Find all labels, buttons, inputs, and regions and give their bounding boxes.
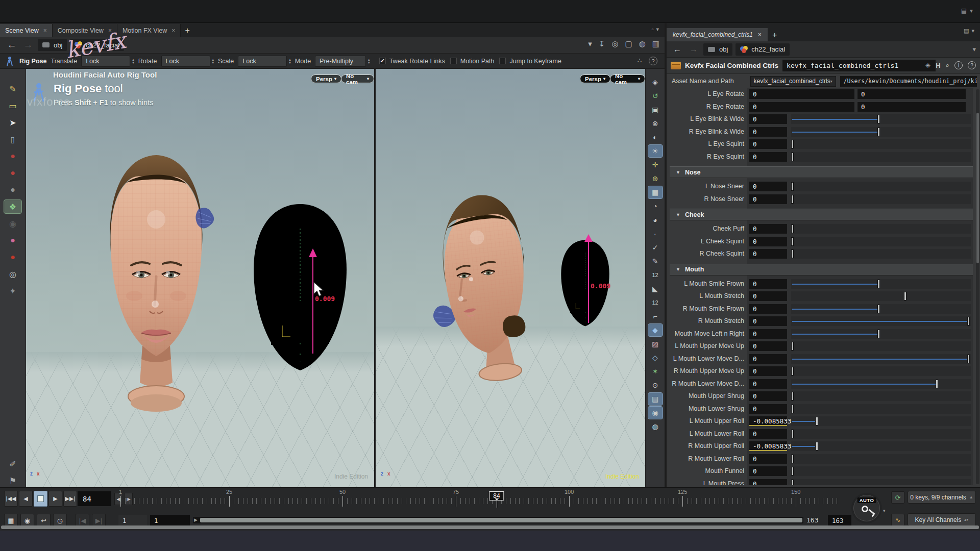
param-slider[interactable]	[791, 354, 971, 364]
go-start-button[interactable]: |◀◀	[4, 491, 18, 507]
param-label[interactable]: Mouth Upper Shrug	[667, 392, 744, 399]
xray-icon[interactable]: ◇	[648, 352, 663, 364]
checkbox-icon[interactable]	[450, 58, 457, 64]
param-slider[interactable]	[791, 416, 971, 426]
select-tool-icon[interactable]: ➤	[4, 116, 21, 129]
no-cam-button[interactable]: No cam▾	[341, 74, 374, 83]
menu-list-icon[interactable]: ▤	[961, 7, 970, 14]
image-plane-icon[interactable]: ▤	[648, 393, 663, 405]
dropdown-icon[interactable]: ▾	[972, 45, 976, 53]
hierarchy-icon[interactable]: ∴	[638, 57, 642, 65]
slider-handle[interactable]	[791, 182, 794, 191]
dark-tool-icon[interactable]: ◉	[4, 217, 21, 230]
help-icon[interactable]: ?	[968, 61, 976, 69]
range-start-label[interactable]: 1	[118, 515, 147, 526]
add-light-icon[interactable]: ✛	[648, 159, 663, 171]
keys-summary-button[interactable]: 0 keys, 9/9 channels▲	[908, 491, 976, 504]
slider-handle[interactable]	[791, 367, 794, 375]
ghost-shade-icon[interactable]: ◕	[648, 214, 663, 226]
slider-handle[interactable]	[791, 195, 794, 204]
param-value-field[interactable]: 0	[749, 249, 787, 259]
persp-button[interactable]: Persp▾	[311, 74, 341, 83]
disable-lights-icon[interactable]: ⊗	[648, 117, 663, 130]
back-arrow-icon[interactable]: ←	[671, 45, 684, 54]
param-slider[interactable]	[791, 454, 971, 464]
param-slider[interactable]	[791, 466, 971, 476]
snap-cube-icon[interactable]: ▢	[625, 39, 632, 48]
param-value-field[interactable]: 0	[749, 182, 787, 191]
param-value-field[interactable]: 0	[749, 291, 787, 301]
param-slider[interactable]	[791, 279, 971, 289]
key-all-channels-button[interactable]: Key All Channels▴▾	[908, 513, 976, 526]
prim-numbers-icon[interactable]: 12	[648, 296, 663, 309]
checkbox-icon[interactable]	[499, 58, 506, 64]
normal-lighting-icon[interactable]: ☀	[648, 145, 663, 157]
grey-ball-tool-icon[interactable]: ●	[4, 183, 21, 196]
param-value-field[interactable]: 0	[749, 466, 787, 476]
scale-lock-dropdown[interactable]: Lock	[238, 56, 287, 67]
param-section-cheek[interactable]: ▼Cheek	[670, 209, 973, 220]
headlight-icon[interactable]: ◐	[648, 131, 663, 143]
head-model-front[interactable]	[77, 143, 235, 439]
persp-button[interactable]: Persp▾	[580, 74, 610, 83]
crimson-ball-tool-icon[interactable]: ●	[4, 251, 21, 264]
param-value-field[interactable]: 0	[749, 404, 787, 414]
slider-handle[interactable]	[877, 280, 880, 288]
param-label[interactable]: R Nose Sneer	[667, 195, 744, 203]
slider-handle[interactable]	[816, 417, 818, 425]
param-slider[interactable]	[791, 304, 971, 314]
param-value-field[interactable]: 0	[749, 354, 787, 364]
slider-handle[interactable]	[791, 140, 794, 148]
param-label[interactable]: L Cheek Squint	[667, 238, 744, 245]
pane-controls[interactable]: ▤▾	[964, 28, 977, 34]
translate-spinner[interactable]: ▴▾	[132, 58, 134, 64]
toggle-tweak-rotate-links[interactable]: ✔Tweak Rotate Links	[379, 58, 445, 65]
param-value-field[interactable]: 0	[749, 329, 787, 339]
param-slider[interactable]	[791, 152, 971, 162]
param-label[interactable]: R Eye Squint	[667, 153, 744, 160]
rig-pose-tool-icon[interactable]: ❖	[4, 200, 21, 213]
param-label[interactable]: Cheek Puff	[667, 225, 744, 232]
param-value-field[interactable]: 0	[749, 429, 787, 439]
chevron-down-icon[interactable]: ▾	[970, 7, 976, 14]
param-slider[interactable]	[791, 224, 971, 234]
breadcrumb-node[interactable]: ch22_facial	[70, 39, 124, 51]
display-options-icon[interactable]: ▦	[648, 186, 663, 198]
asset-name-dropdown[interactable]: kevfx_facial_combined_ctrls▾	[750, 76, 836, 87]
checkbox-icon[interactable]: ✔	[379, 58, 386, 64]
playhead-marker[interactable]: 84	[489, 491, 504, 500]
back-arrow-icon[interactable]: ←	[5, 39, 18, 51]
param-value-field[interactable]: 0	[749, 316, 787, 326]
slider-handle[interactable]	[791, 392, 794, 400]
slider-handle[interactable]	[791, 455, 794, 463]
auto-key-dropdown-icon[interactable]: ▾	[883, 508, 886, 513]
tab-composite-view[interactable]: Composite View×	[53, 24, 117, 37]
param-slider[interactable]	[791, 316, 971, 326]
houdini-logo-icon[interactable]: H	[936, 62, 940, 69]
frame-ruler[interactable]: 125507510012515084	[120, 488, 837, 510]
param-label[interactable]: R Mouth Stretch	[667, 317, 744, 324]
param-value-field-2[interactable]: 0	[857, 89, 966, 99]
param-slider[interactable]	[791, 329, 971, 339]
shade-sphere-icon[interactable]: ◍	[639, 39, 646, 48]
param-label[interactable]: R Mouth Upper Move Up	[667, 367, 744, 374]
hooks-icon[interactable]: ✓	[648, 241, 663, 254]
view-layout-icon[interactable]: ◈	[648, 76, 663, 88]
dropdown-icon[interactable]: ▾	[588, 39, 592, 48]
snapshot-icon[interactable]: ↺	[648, 90, 663, 102]
range-handle-icon[interactable]: ▶	[194, 517, 198, 522]
param-slider[interactable]	[791, 366, 971, 376]
search-icon[interactable]: ⌕	[946, 61, 949, 69]
add-camera-icon[interactable]: ⊕	[648, 172, 663, 185]
pink-ball-tool-icon[interactable]: ●	[4, 234, 21, 247]
rig-controls-overlay[interactable]	[247, 198, 354, 377]
scale-spinner[interactable]: ▴▾	[289, 58, 291, 64]
range-start-field[interactable]: 1	[150, 515, 190, 526]
viewport-three-quarter[interactable]: Persp▾ No cam▾	[376, 69, 645, 487]
param-value-field[interactable]: 0	[749, 127, 787, 137]
parameters-scrollbar[interactable]	[976, 89, 979, 484]
param-value-field[interactable]: 0	[749, 454, 787, 464]
location-pin-icon[interactable]: ◉	[648, 407, 663, 419]
gear-icon[interactable]: ✳	[925, 62, 930, 69]
param-section-mouth[interactable]: ▼Mouth	[670, 264, 973, 276]
